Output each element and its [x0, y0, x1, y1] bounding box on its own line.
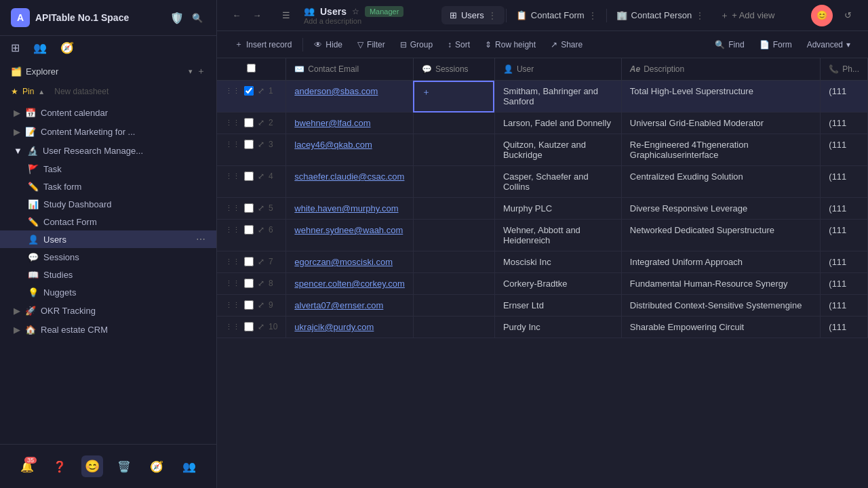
tab-contact-person[interactable]: 🏢 Contact Person ⋮ — [608, 6, 713, 24]
email-cell[interactable]: schaefer.claudie@csac.com — [286, 166, 414, 198]
expand-row-button[interactable]: ⤢ — [258, 140, 264, 149]
email-cell[interactable]: alverta07@ernser.com — [286, 295, 414, 317]
phone-cell[interactable]: (111 — [821, 251, 868, 273]
sessions-cell[interactable] — [413, 220, 494, 251]
row-checkbox[interactable] — [244, 279, 254, 288]
sessions-cell[interactable] — [413, 134, 494, 166]
select-all-header[interactable] — [217, 58, 286, 81]
description-cell[interactable]: Universal Grid-Enabled Moderator — [621, 113, 821, 134]
email-link[interactable]: spencer.colten@corkey.com — [294, 279, 405, 289]
sessions-cell[interactable] — [413, 113, 494, 134]
user-cell[interactable]: Casper, Schaefer and Collins — [494, 166, 621, 198]
description-cell[interactable]: Sharable Empowering Circuit — [621, 317, 821, 338]
row-controls-cell[interactable]: ⋮⋮ ⤢ 10 — [217, 317, 286, 338]
row-controls-cell[interactable]: ⋮⋮ ⤢ 3 — [217, 134, 286, 166]
phone-cell[interactable]: (111 — [821, 295, 868, 317]
description-cell[interactable]: Centralized Exuding Solution — [621, 166, 821, 198]
sidebar-subitem-nuggets[interactable]: 💡 Nuggets ⋯ — [0, 283, 216, 301]
expand-row-button[interactable]: ⤢ — [258, 86, 264, 96]
sidebar-subitem-contact-form[interactable]: ✏️ Contact Form ⋯ — [0, 213, 216, 230]
pin-section[interactable]: ★ Pin ▲ New datasheet — [0, 83, 216, 100]
help-button[interactable]: ❓ — [49, 455, 71, 477]
row-checkbox[interactable] — [244, 300, 254, 310]
row-controls-cell[interactable]: ⋮⋮ ⤢ 8 — [217, 273, 286, 295]
email-link[interactable]: alverta07@ernser.com — [294, 300, 383, 310]
col-header-user[interactable]: 👤 User — [494, 58, 621, 81]
phone-cell[interactable]: (111 — [821, 198, 868, 220]
phone-cell[interactable]: (111 — [821, 273, 868, 295]
table-container[interactable]: ✉️ Contact Email 💬 Sessions 👤 Us — [217, 58, 868, 488]
phone-cell[interactable]: (111 — [821, 134, 868, 166]
tab-more[interactable]: ⋮ — [696, 11, 704, 20]
people-nav[interactable]: 👥 — [28, 39, 52, 57]
user-cell[interactable]: Mosciski Inc — [494, 251, 621, 273]
expand-row-button[interactable]: ⤢ — [258, 203, 264, 213]
expand-row-button[interactable]: ⤢ — [258, 257, 264, 266]
explore-button[interactable]: 🧭 — [146, 455, 167, 477]
email-cell[interactable]: white.haven@murphy.com — [286, 198, 414, 220]
sidebar-item-real-estate[interactable]: ▶ 🏠 Real estate CRM ＋ ⋯ — [0, 320, 216, 339]
email-link[interactable]: wehner.sydnee@waah.com — [294, 225, 403, 235]
email-cell[interactable]: anderson@sbas.com — [286, 81, 414, 113]
favorite-icon[interactable]: ☆ — [352, 7, 359, 16]
row-checkbox[interactable] — [244, 203, 254, 213]
row-controls-cell[interactable]: ⋮⋮ ⤢ 4 — [217, 166, 286, 198]
sidebar-subitem-task[interactable]: 🚩 Task ⋯ — [0, 160, 216, 178]
sort-button[interactable]: ↕ Sort — [441, 37, 477, 53]
description-cell[interactable]: Fundamental Human-Resource Synergy — [621, 273, 821, 295]
workspace-avatar[interactable]: A — [11, 8, 30, 27]
email-cell[interactable]: ukrajcik@purdy.com — [286, 317, 414, 338]
sidebar-subitem-sessions[interactable]: 💬 Sessions ⋯ — [0, 248, 216, 266]
team-button[interactable]: 👥 — [178, 455, 200, 477]
row-controls-cell[interactable]: ⋮⋮ ⤢ 7 — [217, 251, 286, 273]
sidebar-toggle-button[interactable]: ☰ — [277, 6, 296, 25]
new-datasheet-label[interactable]: New datasheet — [54, 87, 108, 96]
email-link[interactable]: egorczan@mosciski.com — [294, 257, 393, 267]
sessions-cell[interactable] — [413, 198, 494, 220]
add-datasheet-button[interactable]: ＋ — [197, 65, 205, 77]
sessions-cell[interactable] — [413, 251, 494, 273]
email-link[interactable]: schaefer.claudie@csac.com — [294, 171, 404, 182]
sidebar-subitem-studies[interactable]: 📖 Studies ⋯ — [0, 266, 216, 283]
sidebar-subitem-users[interactable]: 👤 Users ⋯ — [0, 230, 216, 248]
add-view-button[interactable]: ＋ + Add view — [713, 5, 781, 26]
expand-row-button[interactable]: ⤢ — [258, 322, 264, 331]
row-controls-cell[interactable]: ⋮⋮ ⤢ 2 — [217, 113, 286, 134]
expand-row-button[interactable]: ⤢ — [258, 279, 264, 288]
description-cell[interactable]: Distributed Context-Sensitive Systemengi… — [621, 295, 821, 317]
row-controls-cell[interactable]: ⋮⋮ ⤢ 5 — [217, 198, 286, 220]
user-profile-button[interactable]: 😊 — [81, 455, 103, 477]
phone-cell[interactable]: (111 — [821, 113, 868, 134]
filter-button[interactable]: ▽ Filter — [351, 37, 392, 53]
email-link[interactable]: white.haven@murphy.com — [294, 203, 398, 214]
user-cell[interactable]: Purdy Inc — [494, 317, 621, 338]
email-link[interactable]: lacey46@qkab.com — [294, 140, 372, 150]
description-link[interactable]: Add a description — [304, 17, 403, 25]
sessions-cell[interactable]: ＋ — [413, 81, 494, 113]
row-checkbox[interactable] — [244, 257, 254, 266]
description-cell[interactable]: Networked Dedicated Superstructure — [621, 220, 821, 251]
insert-record-button[interactable]: ＋ Insert record — [228, 35, 298, 54]
sessions-cell[interactable] — [413, 317, 494, 338]
sidebar-item-content-marketing[interactable]: ▶ 📝 Content Marketing for ... ＋ ⋯ — [0, 122, 216, 141]
more-button[interactable]: ⋯ — [196, 234, 205, 245]
phone-cell[interactable]: (111 — [821, 220, 868, 251]
row-controls-cell[interactable]: ⋮⋮ ⤢ 1 — [217, 81, 286, 113]
email-link[interactable]: ukrajcik@purdy.com — [294, 322, 374, 332]
user-cell[interactable]: Larson, Fadel and Donnelly — [494, 113, 621, 134]
row-controls-cell[interactable]: ⋮⋮ ⤢ 6 — [217, 220, 286, 251]
row-height-button[interactable]: ⇕ Row height — [478, 37, 542, 53]
row-checkbox[interactable] — [244, 225, 254, 235]
compass-nav[interactable]: 🧭 — [55, 39, 79, 57]
user-cell[interactable]: Corkery-Bradtke — [494, 273, 621, 295]
hide-button[interactable]: 👁 Hide — [307, 37, 349, 53]
email-cell[interactable]: lacey46@qkab.com — [286, 134, 414, 166]
row-checkbox[interactable] — [244, 171, 254, 181]
email-cell[interactable]: egorczan@mosciski.com — [286, 251, 414, 273]
sidebar-item-user-research[interactable]: ▼ 🔬 User Research Manage... ＋ ⋯ — [0, 141, 216, 160]
form-button[interactable]: 📄 Form — [753, 37, 799, 53]
group-button[interactable]: ⊟ Group — [393, 37, 439, 53]
expand-row-button[interactable]: ⤢ — [258, 118, 264, 127]
sidebar-item-content-calendar[interactable]: ▶ 📅 Content calendar ＋ ⋯ — [0, 103, 216, 122]
expand-row-button[interactable]: ⤢ — [258, 300, 264, 310]
